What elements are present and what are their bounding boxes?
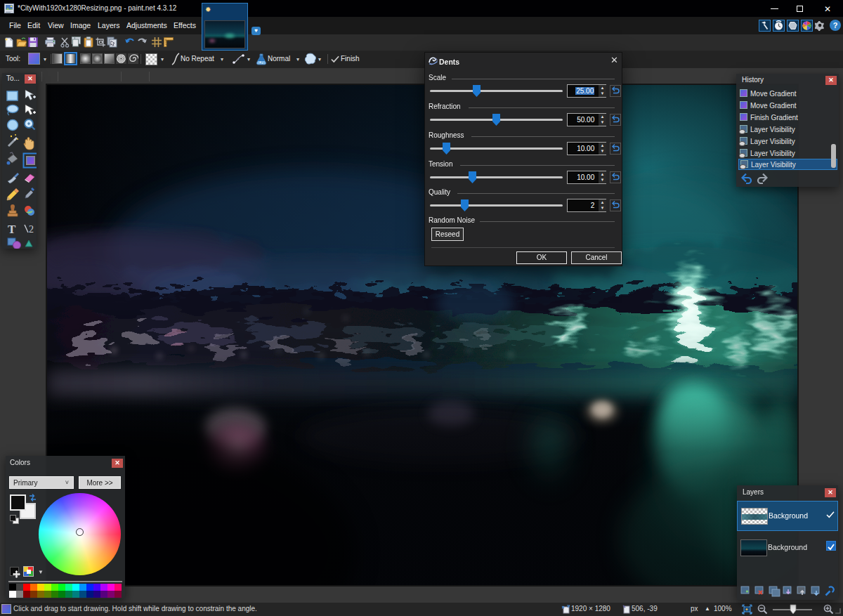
svg-text:2: 2 (29, 224, 34, 235)
svg-text:T: T (8, 223, 16, 236)
